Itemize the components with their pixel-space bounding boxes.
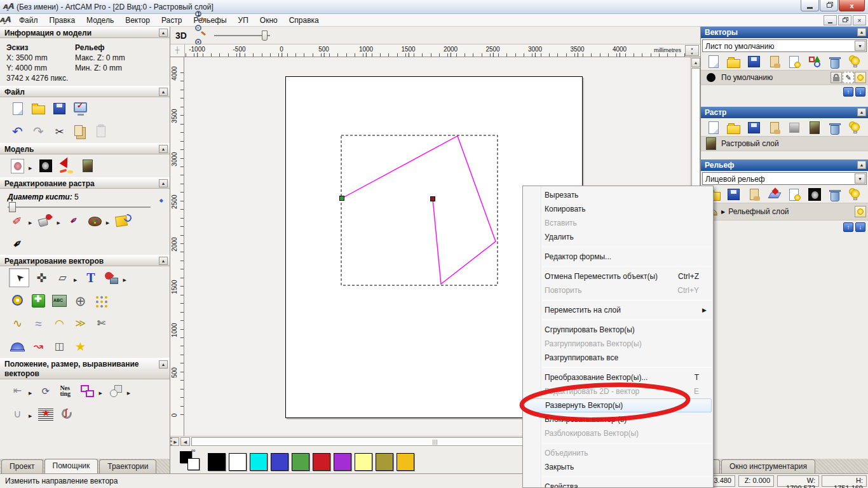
tab-Траектории[interactable]: Траектории — [99, 459, 156, 473]
magic-fill-icon[interactable] — [114, 212, 132, 229]
palette-swatch[interactable] — [250, 453, 268, 471]
export-model-icon[interactable]: ✓ — [72, 100, 89, 118]
vector-sheet-dropdown[interactable]: Лист по умолчанию ▼ — [702, 39, 867, 52]
mirror-vectors-icon[interactable]: ◫ — [51, 338, 68, 355]
chevron-down-icon[interactable]: ▼ — [855, 41, 865, 51]
move-layer-down-button[interactable]: ↓ — [855, 87, 865, 97]
collapse-button[interactable]: ▲ — [159, 145, 168, 153]
new-file-icon[interactable] — [706, 120, 721, 135]
pane-split-button[interactable]: ▶ — [170, 437, 179, 446]
collapse-button[interactable]: ▲ — [857, 28, 866, 36]
delete-layer-icon[interactable] — [827, 120, 843, 135]
open-folder-icon[interactable] — [726, 54, 742, 69]
collapse-button[interactable]: ▲ — [857, 161, 866, 169]
tab-Окно инструментария[interactable]: Окно инструментария — [721, 459, 815, 473]
palette-swatch[interactable] — [334, 453, 351, 471]
transform-vectors-icon[interactable]: ✜ — [33, 269, 50, 287]
section-header-model-info[interactable]: Информация о модели ▲ — [0, 27, 170, 38]
flyout-arrow-icon[interactable]: ▶ — [29, 166, 32, 171]
brush-flyout-icon[interactable]: ◆ — [159, 198, 163, 203]
context-menu-item[interactable]: Редактор формы... — [523, 250, 713, 264]
context-menu-item[interactable]: ПовторитьCtrl+Y — [523, 283, 713, 297]
collapse-button[interactable]: ▲ — [159, 360, 168, 369]
move-layer-up-button[interactable]: ↑ — [843, 87, 853, 97]
vector-layer-row[interactable]: По умолчанию ✎ — [701, 70, 868, 85]
palette-swatch[interactable] — [271, 453, 288, 471]
menu-УП[interactable]: УП — [233, 15, 254, 26]
lock-layer-icon[interactable] — [831, 72, 842, 83]
flood-fill-icon[interactable] — [37, 212, 54, 229]
palette-swatch[interactable] — [292, 453, 309, 471]
layer-color-icon[interactable] — [705, 71, 717, 84]
palette-swatch[interactable] — [355, 453, 372, 471]
bear-inverse-icon[interactable] — [37, 158, 54, 175]
chevron-down-icon[interactable]: ▼ — [855, 173, 865, 184]
import-file-icon[interactable] — [767, 120, 782, 135]
zoom-fit-icon[interactable]: ▫ — [193, 23, 207, 37]
open-folder-icon[interactable] — [726, 120, 742, 135]
show-layer-bulb-icon[interactable] — [787, 54, 802, 69]
measure-tape-icon[interactable] — [9, 292, 26, 309]
draw-pen-icon[interactable]: ✒ — [9, 235, 26, 252]
scroll-up-icon[interactable]: ▲ — [691, 58, 700, 67]
selection-box[interactable] — [341, 135, 498, 285]
open-folder-icon[interactable] — [30, 100, 47, 118]
palette-swatch[interactable] — [376, 453, 393, 471]
scroll-left-icon[interactable]: ◀ — [180, 437, 190, 446]
context-menu-item[interactable]: Блокировать вектор (в) — [523, 412, 713, 426]
fit-arcs-icon[interactable]: ≫ — [72, 315, 89, 332]
mdi-restore-button[interactable] — [838, 15, 851, 25]
zoom-slider-handle[interactable] — [262, 30, 268, 41]
zoom-slider[interactable] — [214, 35, 270, 36]
secondary-color-swatch[interactable] — [187, 458, 200, 470]
context-menu-item[interactable]: Сгруппировать Вектор(ы) — [523, 323, 713, 337]
vector-end-node[interactable] — [431, 197, 435, 201]
context-menu-item[interactable]: Вырезать — [523, 188, 713, 202]
paint-palette-icon[interactable] — [86, 212, 104, 229]
block-copy-rotate-icon[interactable] — [93, 292, 110, 309]
mdi-close-button[interactable]: × — [853, 15, 866, 25]
wrap-sphere-icon[interactable]: ⊕ — [72, 292, 89, 309]
flyout-arrow-icon[interactable]: ▶ — [106, 220, 109, 226]
undo-icon[interactable]: ↶ — [9, 123, 26, 140]
context-menu-item[interactable]: Копировать — [523, 202, 713, 216]
flyout-arrow-icon[interactable]: ▶ — [123, 278, 126, 283]
flyout-arrow-icon[interactable]: ▶ — [29, 391, 32, 396]
copy-pages-icon[interactable] — [72, 123, 89, 140]
join-vectors-icon[interactable]: ∪ — [9, 405, 26, 423]
new-file-icon[interactable] — [9, 100, 26, 118]
flyout-arrow-icon[interactable]: ▶ — [29, 220, 32, 226]
expand-arrow-icon[interactable]: ▶ — [721, 209, 725, 215]
toggle-all-layers-icon[interactable] — [848, 54, 863, 69]
save-disk-icon[interactable] — [747, 54, 762, 69]
zoom-1to1-icon[interactable]: 1 — [193, 9, 207, 23]
delete-layer-icon[interactable] — [827, 54, 843, 69]
context-menu-item[interactable]: Переместить на слой▶ — [523, 303, 713, 317]
palette-swatch[interactable] — [208, 453, 226, 471]
collapse-button[interactable]: ▲ — [857, 108, 866, 116]
shapes-icon[interactable] — [807, 54, 822, 69]
flyout-arrow-icon[interactable]: ▶ — [98, 391, 102, 396]
text-blocks-icon[interactable]: ABC — [51, 292, 68, 309]
vector-start-node[interactable] — [340, 196, 344, 201]
collapse-button[interactable]: ▲ — [159, 257, 168, 265]
context-menu-item[interactable]: Объединить — [523, 446, 713, 460]
edit-layer-icon[interactable]: ✎ — [843, 72, 854, 83]
save-disk-icon[interactable] — [51, 100, 68, 118]
menu-Растр[interactable]: Растр — [156, 15, 187, 26]
redo-icon[interactable]: ↷ — [30, 123, 47, 140]
relief-panel-header[interactable]: Рельеф ▲ — [701, 159, 868, 171]
context-menu-item[interactable]: Разгруппировать Вектор(ы) — [523, 337, 713, 351]
align-objects-icon[interactable] — [107, 383, 125, 400]
context-menu-item[interactable]: Закрыть — [523, 460, 713, 474]
paste-clipboard-icon[interactable] — [93, 123, 110, 140]
delete-layer-icon[interactable] — [827, 187, 843, 202]
menu-Вектор[interactable]: Вектор — [119, 15, 156, 26]
context-menu-item[interactable]: Редактировать 2D - векторE — [523, 384, 713, 398]
restore-button[interactable] — [820, 0, 838, 11]
fit-curve-icon[interactable]: ↝ — [30, 338, 47, 355]
show-layer-bulb-icon[interactable] — [787, 187, 802, 202]
layer-visibility-icon[interactable] — [855, 72, 866, 83]
menu-Окно[interactable]: Окно — [254, 15, 283, 26]
section-header-raster-edit[interactable]: Редактирование растра ▲ — [0, 177, 170, 189]
